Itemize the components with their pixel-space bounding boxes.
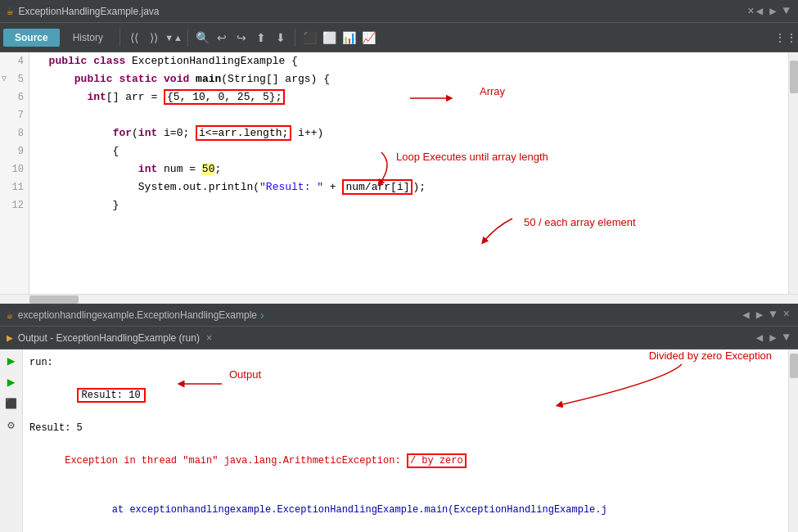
editor-area: 4 ▽ 5 6 7 8 9 10 11 12 public class Exce… (0, 52, 798, 294)
output-line-result10: Result: 10 (29, 371, 782, 420)
out-nav-back[interactable]: ◀ (756, 331, 763, 345)
line-num-5: ▽ 5 (0, 70, 29, 88)
chart-button[interactable]: 📊 (340, 29, 358, 47)
output-text-area: Divided by zero Exception run: Result: 1… (23, 349, 788, 532)
forward-button[interactable]: ⟩⟩ (145, 29, 163, 47)
bottom-tab-bar: ☕ exceptionhandlingexample.ExceptionHand… (0, 304, 798, 327)
code-line-10: int num = 50; (36, 160, 782, 178)
file-title: ExceptionHandlingExample.java (18, 6, 741, 17)
clear-button[interactable]: ⬜ (320, 29, 338, 47)
output-content: ▶ ▶ ⬛ ⚙ Divided by zero Exception run: R… (0, 349, 798, 532)
output-nav-forward[interactable]: ▶ (756, 308, 763, 322)
more-button[interactable]: ⋮⋮ (777, 29, 795, 47)
loop-label: Loop Executes until array length (396, 151, 548, 163)
undo-button[interactable]: ↩ (213, 29, 231, 47)
code-line-5: public static void main(String[] args) { (36, 70, 782, 88)
title-bar: ☕ ExceptionHandlingExample.java × ◀ ▶ ▼ (0, 0, 798, 23)
code-line-11: System.out.println("Result: " + num/arr[… (36, 178, 782, 196)
out-nav-dropdown[interactable]: ▼ (783, 331, 790, 345)
file-icon: ☕ (7, 4, 13, 18)
run-btn2[interactable]: ▶ (3, 374, 20, 390)
out-nav-forward[interactable]: ▶ (769, 331, 776, 345)
nav-dropdown-icon[interactable]: ▼ (783, 4, 790, 18)
h-thumb[interactable] (29, 295, 79, 304)
scrollbar-thumb[interactable] (790, 61, 798, 93)
search-button[interactable]: 🔍 (193, 29, 211, 47)
down-button[interactable]: ⬇ (272, 29, 290, 47)
output-stack-1: at exceptionhandlingexample.ExceptionHan… (29, 485, 782, 532)
output-close[interactable]: × (783, 308, 790, 322)
nav-back-icon[interactable]: ◀ (756, 4, 763, 18)
up-button[interactable]: ⬆ (252, 29, 270, 47)
toolbar-divider-3 (295, 29, 295, 47)
bottom-chevron: › (260, 309, 264, 322)
output-close-btn[interactable]: × (206, 332, 212, 344)
run-again-btn[interactable]: ▶ (3, 353, 20, 369)
bottom-tab-label[interactable]: exceptionhandlingexample.ExceptionHandli… (18, 309, 257, 321)
line-num-10: 10 (0, 160, 29, 178)
line-num-12: 12 (0, 196, 29, 214)
output-results-area: Result: 10 Result: 5 Output (29, 371, 782, 436)
by-zero-box: / by zero (407, 453, 467, 468)
code-line-7 (36, 106, 782, 124)
code-line-8: for(int i=0; i<=arr.length; i++) (36, 124, 782, 142)
line-num-9: 9 (0, 142, 29, 160)
code-line-4: public class ExceptionHandlingExample { (36, 52, 782, 70)
back-button[interactable]: ⟨⟨ (125, 29, 143, 47)
nav-forward-icon[interactable]: ▶ (769, 4, 776, 18)
stop-button[interactable]: ⬛ (300, 29, 318, 47)
toolbar: Source History ⟨⟨ ⟩⟩ ▼▲ 🔍 ↩ ↪ ⬆ ⬇ ⬛ ⬜ 📊 … (0, 23, 798, 52)
code-line-12: } (36, 196, 782, 214)
output-scrollbar-thumb[interactable] (790, 354, 798, 378)
output-exception-line: Exception in thread "main" java.lang.Ari… (29, 436, 782, 485)
output-title: Output - ExceptionHandlingExample (run) (18, 332, 200, 344)
output-line-result5: Result: 5 (29, 420, 782, 436)
divide-label: 50 / each array element (524, 216, 636, 228)
line-num-4: 4 (0, 52, 29, 70)
divided-by-zero-annotation: Divided by zero Exception (649, 349, 772, 363)
close-tab-button[interactable]: × (747, 5, 754, 18)
line-numbers: 4 ▽ 5 6 7 8 9 10 11 12 (0, 52, 29, 294)
line-num-11: 11 (0, 178, 29, 196)
bottom-file-icon: ☕ (7, 309, 13, 322)
line-num-8: 8 (0, 124, 29, 142)
output-icon: ▶ (7, 331, 13, 345)
line-num-6: 6 (0, 88, 29, 106)
settings-out-btn[interactable]: ⚙ (3, 417, 20, 433)
metrics-button[interactable]: 📈 (359, 29, 377, 47)
result-10-box: Result: 10 (77, 388, 146, 403)
output-label: Output (229, 368, 261, 381)
redo-button[interactable]: ↪ (232, 29, 250, 47)
toolbar-divider-2 (187, 29, 188, 47)
source-tab[interactable]: Source (3, 29, 60, 47)
output-title-bar: ▶ Output - ExceptionHandlingExample (run… (0, 327, 798, 349)
collapse-icon[interactable]: ▽ (2, 70, 7, 88)
output-nav-dropdown[interactable]: ▼ (769, 308, 776, 322)
line-num-7: 7 (0, 106, 29, 124)
editor-scrollbar-h[interactable] (0, 294, 798, 304)
editor-scrollbar-v[interactable] (788, 52, 798, 294)
divided-label: Divided by zero Exception (649, 349, 772, 362)
output-scrollbar-v[interactable] (788, 349, 798, 532)
stop-out-btn[interactable]: ⬛ (3, 395, 20, 412)
output-sidebar: ▶ ▶ ⬛ ⚙ (0, 349, 23, 532)
array-label: Array (480, 85, 505, 97)
toolbar-divider-1 (119, 29, 120, 47)
code-line-6: int[] arr = {5, 10, 0, 25, 5}; (36, 88, 782, 106)
history-tab[interactable]: History (61, 29, 115, 47)
code-content[interactable]: public class ExceptionHandlingExample { … (29, 52, 788, 294)
toggle-button[interactable]: ▼▲ (165, 29, 183, 47)
output-nav-back[interactable]: ◀ (742, 308, 749, 322)
